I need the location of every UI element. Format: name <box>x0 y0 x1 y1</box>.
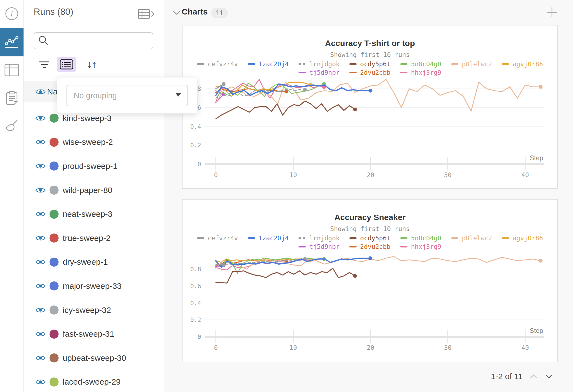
legend-swatch <box>502 63 509 65</box>
rail-line-chart-button[interactable] <box>0 28 24 56</box>
run-search-input[interactable] <box>49 37 149 45</box>
grouping-select-value: No grouping <box>74 91 176 100</box>
legend-item[interactable]: cefvzr4v <box>197 60 238 68</box>
rail-broom-button[interactable] <box>0 119 24 135</box>
x-axis-label: Step <box>530 154 543 162</box>
legend-run-id: hhxj3rg9 <box>411 69 441 76</box>
svg-text:0.6: 0.6 <box>190 283 201 290</box>
chevron-up-icon <box>529 374 538 379</box>
run-color-dot <box>50 162 59 171</box>
run-row[interactable]: fast-sweep-31 <box>24 322 164 346</box>
run-row[interactable]: neat-sweep-3 <box>24 202 164 226</box>
visibility-eye-icon[interactable] <box>35 307 46 314</box>
svg-text:40: 40 <box>521 344 529 351</box>
visibility-eye-icon[interactable] <box>35 115 46 122</box>
run-row[interactable]: icy-sweep-32 <box>24 298 164 322</box>
svg-text:0: 0 <box>198 161 201 168</box>
legend-item[interactable]: ocdy5p6t <box>349 235 390 242</box>
visibility-eye-icon[interactable] <box>35 330 46 338</box>
run-row[interactable]: wise-sweep-2 <box>24 130 164 154</box>
legend-item[interactable]: agvj0r86 <box>502 60 543 68</box>
legend-run-id: ocdy5p6t <box>360 235 390 242</box>
run-row[interactable]: wild-paper-80 <box>24 178 164 202</box>
run-row[interactable]: proud-sweep-1 <box>24 154 164 178</box>
legend-item[interactable]: ocdy5p6t <box>349 60 390 68</box>
run-row[interactable]: major-sweep-33 <box>24 274 164 298</box>
legend-item[interactable]: 5n8c04g0 <box>400 235 441 242</box>
legend-item[interactable]: agvj0r86 <box>502 235 543 242</box>
filter-runs-button[interactable] <box>37 58 51 72</box>
runs-panel-title: Runs (80) <box>34 7 73 17</box>
legend-item[interactable]: lrnjdgok <box>299 60 340 68</box>
legend-run-id: 1zac20j4 <box>259 60 289 68</box>
legend-item[interactable]: lrnjdgok <box>299 235 340 242</box>
charts-pagination: 1-2 of 11 <box>491 372 553 381</box>
legend-item[interactable]: hhxj3rg9 <box>400 69 441 76</box>
legend-item[interactable]: tj5d9npr <box>299 69 340 76</box>
visibility-eye-icon[interactable] <box>35 258 46 266</box>
legend-item[interactable]: 5n8c04g0 <box>400 60 441 68</box>
legend-run-id: agvj0r86 <box>513 235 543 242</box>
sort-runs-button[interactable]: ↓↑ <box>84 57 100 72</box>
run-name: fast-sweep-31 <box>63 329 114 339</box>
run-name: wild-paper-80 <box>63 186 112 195</box>
run-row[interactable]: true-sweep-2 <box>24 226 164 250</box>
filter-icon <box>39 60 50 70</box>
expand-run-table-button[interactable] <box>138 8 155 21</box>
svg-text:i: i <box>11 9 13 18</box>
legend-item[interactable]: 1zac20j4 <box>248 60 289 68</box>
visibility-eye-icon[interactable] <box>35 187 46 194</box>
visibility-eye-icon[interactable] <box>35 378 46 385</box>
chart-panel-accuracy-sneaker[interactable]: Accuracy SneakerShowing first 10 runscef… <box>182 199 558 362</box>
run-color-dot <box>50 281 59 290</box>
pagination-prev-button[interactable] <box>529 374 538 379</box>
legend-item[interactable]: 2dvu2cbb <box>349 69 390 76</box>
legend-item[interactable]: cefvzr4v <box>197 235 238 242</box>
charts-count-badge: 11 <box>211 8 228 18</box>
svg-text:0: 0 <box>198 333 201 340</box>
legend-swatch <box>349 72 357 73</box>
legend-run-id: p8lelwc2 <box>462 235 492 242</box>
info-icon: i <box>5 7 19 22</box>
legend-swatch <box>400 72 407 73</box>
grouping-popup: No grouping <box>57 77 198 114</box>
svg-text:0.2: 0.2 <box>190 142 201 149</box>
svg-text:20: 20 <box>367 171 374 178</box>
run-row[interactable]: dry-sweep-1 <box>24 250 164 274</box>
run-row[interactable]: laced-sweep-29 <box>24 370 164 392</box>
visibility-eye-icon[interactable] <box>35 163 46 170</box>
rail-table-button[interactable] <box>0 64 24 78</box>
visibility-eye-icon[interactable] <box>35 235 46 242</box>
run-color-dot <box>50 305 59 315</box>
run-color-dot <box>50 186 59 195</box>
visibility-eye-icon[interactable] <box>35 283 46 290</box>
run-name: kind-sweep-3 <box>63 114 111 123</box>
run-color-dot <box>50 353 59 362</box>
legend-run-id: agvj0r86 <box>513 60 543 68</box>
legend-item[interactable]: p8lelwc2 <box>451 60 492 68</box>
svg-text:30: 30 <box>444 344 452 351</box>
legend-item[interactable]: p8lelwc2 <box>451 235 492 242</box>
run-search <box>34 32 153 49</box>
grouping-select[interactable]: No grouping <box>66 85 188 106</box>
visibility-eye-icon[interactable] <box>35 139 46 146</box>
visibility-eye-icon[interactable] <box>35 354 46 362</box>
legend-swatch <box>299 72 306 73</box>
table-icon <box>4 64 19 77</box>
toggle-all-visibility-eye-icon[interactable] <box>35 88 46 95</box>
visibility-eye-icon[interactable] <box>35 211 46 218</box>
rail-info-button[interactable]: i <box>0 7 24 21</box>
chart-panel-accuracy-t-shirt-or-top[interactable]: Accuracy T-shirt or topShowing first 10 … <box>182 25 558 189</box>
legend-run-id: 2dvu2cbb <box>360 69 390 76</box>
svg-text:10: 10 <box>290 344 297 351</box>
legend-swatch <box>299 63 306 65</box>
add-panel-button[interactable] <box>546 7 558 19</box>
pagination-next-button[interactable] <box>545 374 553 379</box>
charts-section-collapse-button[interactable] <box>173 10 180 16</box>
legend-run-id: lrnjdgok <box>309 235 340 242</box>
rail-clipboard-button[interactable] <box>0 91 24 106</box>
run-row[interactable]: upbeat-sweep-30 <box>24 346 164 370</box>
clipboard-icon <box>5 91 18 106</box>
legend-item[interactable]: 1zac20j4 <box>248 235 289 242</box>
group-runs-button[interactable] <box>57 57 76 72</box>
